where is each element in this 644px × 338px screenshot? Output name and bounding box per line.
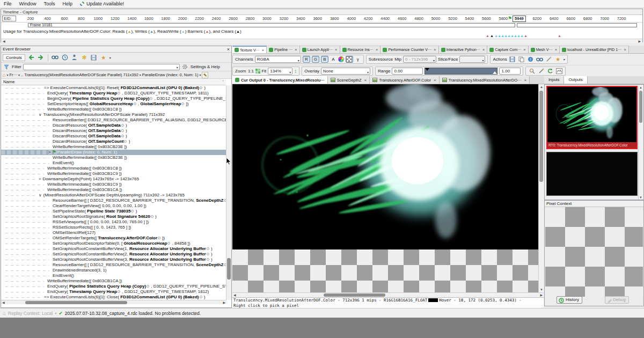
vscroll-thumb[interactable] xyxy=(639,91,642,123)
mip-select[interactable]: 0 - 712x396▾ xyxy=(403,56,436,63)
scroll-left-icon[interactable]: ◀ xyxy=(2,300,5,305)
range-max-input[interactable]: 1.00 xyxy=(499,68,521,75)
event-row[interactable]: WriteBufferImmediate([ 0x803CB1C9 ]) xyxy=(1,171,226,177)
event-row[interactable]: SetDescriptorHeaps([ GlobalResourceHeap … xyxy=(1,101,226,107)
crumb-pass[interactable]: Translucency(MixedResolutionAfterDOFScal… xyxy=(24,72,138,77)
close-icon[interactable]: × xyxy=(376,47,378,52)
dock-tab-4[interactable]: Performance Counter V···× xyxy=(380,46,438,53)
event-row[interactable]: EndEvent() xyxy=(1,160,226,166)
filter-dropdown-icon[interactable]: ▾ xyxy=(177,65,178,69)
step-forward-icon[interactable] xyxy=(37,54,45,61)
chevron-right-icon[interactable]: > xyxy=(39,177,41,181)
zoom-fit-button[interactable]: Fit xyxy=(255,68,266,75)
crumb-ellipsis[interactable]: .. xyxy=(21,72,23,77)
channel-a-button[interactable]: A xyxy=(330,56,336,63)
overlay-select[interactable]: None▾ xyxy=(321,68,370,75)
channels-select[interactable]: RGBA▾ xyxy=(255,56,301,63)
close-icon[interactable]: × xyxy=(364,78,367,83)
hscroll-thumb[interactable] xyxy=(324,293,385,297)
event-row[interactable]: SetPipelineState( Pipeline State 738035 … xyxy=(1,209,226,214)
event-row[interactable]: WriteBufferImmediate([ 0x803CB1C8 ]) xyxy=(1,107,226,112)
close-icon[interactable]: × xyxy=(624,47,626,52)
update-available[interactable]: Update Available! xyxy=(79,1,124,6)
depth-thumbnail[interactable] xyxy=(546,152,638,196)
event-row[interactable]: ClearRenderTargetView([ 0.00, 0.00, 0.00… xyxy=(1,203,226,209)
gear-icon[interactable] xyxy=(181,63,189,71)
gamma-button[interactable]: γ xyxy=(355,56,361,63)
dock-tab-8[interactable]: localhost - UnrealEditor [PID 1···× xyxy=(560,46,629,53)
event-row[interactable]: => ExecuteCommandLists(6)[1]: Reset( FD3… xyxy=(1,85,226,91)
scroll-down-icon[interactable]: ▼ xyxy=(540,288,543,292)
usage-marker-icon[interactable]: ▲ xyxy=(486,34,489,38)
scroll-right-icon[interactable]: ▶ xyxy=(638,39,641,43)
event-row[interactable]: SetGraphicsRootConstantBufferView(2, Res… xyxy=(1,252,226,257)
rt0-thumbnail[interactable]: RT0: Translucency.MixedResolutionAfterDO… xyxy=(546,86,638,149)
texture-tab-2[interactable]: Translucency.AfterDOF.Color× xyxy=(370,76,439,84)
zoom-select[interactable]: 134%▾ xyxy=(268,68,292,75)
star-icon[interactable]: ✱ xyxy=(80,54,88,61)
crumb-draw[interactable]: ParallelDraw (Index: 0, Num: 1) xyxy=(142,72,199,77)
event-row[interactable]: ∨(MixedResolutionAfterDOFScale DepthUpsa… xyxy=(1,193,226,198)
event-row[interactable]: >⚑ParallelDraw (Index: 0, Num: 1) xyxy=(1,150,226,155)
name-column-header[interactable]: Nameˆ xyxy=(1,79,226,85)
chevron-right-icon[interactable]: > xyxy=(48,150,50,155)
crumb-frame-dropdown-icon[interactable]: ▾ xyxy=(18,73,20,77)
event-row[interactable]: ResourceBarrier([ D3D12_RESOURCE_BARRIER… xyxy=(1,117,226,123)
event-list-vscrollbar[interactable] xyxy=(226,85,231,300)
event-row[interactable]: SetGraphicsRootConstantBufferView(1, Res… xyxy=(1,246,226,252)
close-icon[interactable]: × xyxy=(482,47,485,52)
usage-marker-icon[interactable]: ▲ xyxy=(524,34,528,38)
close-icon[interactable]: × xyxy=(434,78,436,83)
event-row[interactable]: OMSetStencilRef(127) xyxy=(1,230,226,236)
texture-tab-0[interactable]: Cur Output 0 - Translucency.MixedResolu·… xyxy=(232,76,328,84)
event-row[interactable]: ResourceBarrier([ [ D3D12_RESOURCE_BARRI… xyxy=(1,262,226,268)
close-icon[interactable]: × xyxy=(434,47,436,52)
crumb-pass-dropdown-icon[interactable]: ▾ xyxy=(140,73,141,77)
range-min-input[interactable]: 0.00 xyxy=(392,68,423,75)
crumb-frame[interactable]: Fr··· xyxy=(9,72,17,77)
scroll-up-icon[interactable]: ▲ xyxy=(639,85,642,90)
history-button[interactable]: History xyxy=(557,296,582,304)
timeline-hscrollbar[interactable]: ◀ ▶ xyxy=(1,39,642,43)
save-icon[interactable] xyxy=(509,56,516,63)
event-row[interactable]: WriteBufferImmediate([ 0x803CB23E ]) xyxy=(1,144,226,150)
timeline-ruler[interactable]: EID: 20040060080010001200140016001800200… xyxy=(1,15,642,23)
dock-tab-2[interactable]: Launch Appli···× xyxy=(300,46,340,53)
pixel-context-view[interactable] xyxy=(545,207,643,297)
goto-icon[interactable] xyxy=(536,56,544,63)
event-row[interactable]: SetGraphicsRootSignature( Root Signature… xyxy=(1,214,226,219)
event-row[interactable]: DiscardResource( OIT.SampleData ) xyxy=(1,123,226,128)
event-row[interactable]: DrawIndexedInstanced(3, 1) xyxy=(1,268,226,273)
usage-marker-icon[interactable]: ▲ xyxy=(520,34,524,38)
event-row[interactable]: WriteBufferImmediate([ 0x803CB1CA ]) xyxy=(1,278,226,284)
histogram-icon[interactable] xyxy=(555,67,563,75)
event-list-hscrollbar[interactable]: ◀ ▶ xyxy=(1,300,226,304)
edit-icon[interactable]: ✎ xyxy=(202,72,208,78)
copy-icon[interactable] xyxy=(518,56,525,63)
event-row[interactable]: BeginQuery( Pipeline Statistics Query He… xyxy=(1,96,226,101)
scroll-left-icon[interactable]: ◀ xyxy=(233,293,236,297)
channel-b-button[interactable]: B xyxy=(321,56,328,63)
menu-tools[interactable]: Tools xyxy=(40,1,59,6)
close-icon[interactable]: × xyxy=(335,47,338,52)
tab-outputs[interactable]: Outputs xyxy=(564,76,587,84)
flip-vertical-icon[interactable]: ↕ xyxy=(294,68,297,74)
scroll-right-icon[interactable]: ▶ xyxy=(223,300,225,305)
autofit-pen-icon[interactable] xyxy=(537,67,545,75)
channel-g-button[interactable]: G xyxy=(312,56,319,63)
magnifier-icon[interactable] xyxy=(528,67,536,75)
event-row[interactable]: ∨Translucency(MixedResolutionAfterDOFSca… xyxy=(1,112,226,117)
dock-tab-3[interactable]: Resource Ins···× xyxy=(340,46,381,53)
event-row[interactable]: DiscardResource( OIT.SampleData ) xyxy=(1,128,226,134)
scroll-right-icon[interactable]: ▶ xyxy=(540,293,543,297)
close-icon[interactable]: × xyxy=(523,47,526,52)
scroll-left-icon[interactable]: ◀ xyxy=(3,39,5,43)
time-durations-icon[interactable] xyxy=(61,54,69,61)
bookmark-dropdown-icon[interactable]: ▾ xyxy=(109,56,111,60)
hscroll-thumb[interactable] xyxy=(25,301,127,304)
bookmark-menu-icon[interactable]: ★ xyxy=(100,54,107,61)
checker-background-button[interactable] xyxy=(346,56,353,63)
range-white-point-handle[interactable] xyxy=(493,71,497,74)
channel-r-button[interactable]: R xyxy=(303,56,310,63)
menu-help[interactable]: Help xyxy=(59,1,77,6)
